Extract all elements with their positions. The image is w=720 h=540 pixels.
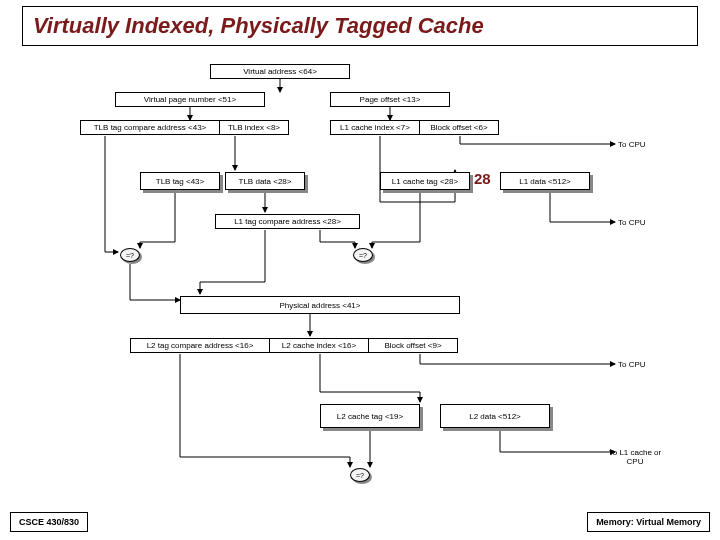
- to-cpu-1: To CPU: [618, 140, 646, 149]
- l2-cache-tag-box: L2 cache tag <19>: [320, 404, 420, 428]
- page-title: Virtually Indexed, Physically Tagged Cac…: [33, 13, 687, 39]
- l2-tag-compare-box: L2 tag compare address <16>: [130, 338, 270, 353]
- l1-data-box: L1 data <512>: [500, 172, 590, 190]
- vpn-box: Virtual page number <51>: [115, 92, 265, 107]
- to-l1-or-cpu: To L1 cache or CPU: [600, 448, 670, 466]
- physical-address-box: Physical address <41>: [180, 296, 460, 314]
- virtual-address-box: Virtual address <64>: [210, 64, 350, 79]
- footer-course: CSCE 430/830: [10, 512, 88, 532]
- to-cpu-3: To CPU: [618, 360, 646, 369]
- tlb-index-box: TLB index <8>: [219, 120, 289, 135]
- comparator-l1: =?: [353, 248, 373, 262]
- l1-cache-tag-box: L1 cache tag <28>: [380, 172, 470, 190]
- block-offset-l1-box: Block offset <6>: [419, 120, 499, 135]
- to-cpu-2: To CPU: [618, 218, 646, 227]
- footer-topic: Memory: Virtual Memory: [587, 512, 710, 532]
- l1-tag-compare-box: L1 tag compare address <28>: [215, 214, 360, 229]
- comparator-l2: =?: [350, 468, 370, 482]
- l2-cache-index-box: L2 cache index <16>: [269, 338, 369, 353]
- l2-data-box: L2 data <512>: [440, 404, 550, 428]
- annotation-28: 28: [474, 170, 491, 187]
- tlb-tag-box: TLB tag <43>: [140, 172, 220, 190]
- l1-cache-index-box: L1 cache index <7>: [330, 120, 420, 135]
- title-box: Virtually Indexed, Physically Tagged Cac…: [22, 6, 698, 46]
- tlb-tag-compare-box: TLB tag compare address <43>: [80, 120, 220, 135]
- page-offset-box: Page offset <13>: [330, 92, 450, 107]
- block-offset-l2-box: Block offset <9>: [368, 338, 458, 353]
- comparator-tlb: =?: [120, 248, 140, 262]
- tlb-data-box: TLB data <28>: [225, 172, 305, 190]
- diagram-area: Virtual address <64> Virtual page number…: [60, 52, 660, 500]
